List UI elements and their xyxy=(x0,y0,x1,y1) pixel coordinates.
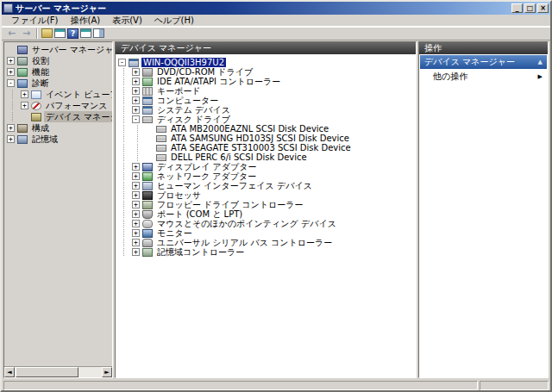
expand-icon[interactable]: + xyxy=(21,102,28,109)
device-tree-item[interactable]: +マウスとそのほかのポインティング デバイス xyxy=(116,219,416,228)
expand-icon[interactable]: + xyxy=(132,68,140,76)
minimize-button[interactable]: _ xyxy=(511,3,523,13)
menu-action[interactable]: 操作(A) xyxy=(65,14,107,28)
device-tree-item[interactable]: +ポート (COM と LPT) xyxy=(116,209,416,219)
expand-icon[interactable]: + xyxy=(132,201,140,208)
collapse-icon[interactable]: - xyxy=(118,59,126,66)
device-tree-item[interactable]: +フロッピー ドライブ コントローラー xyxy=(116,200,416,209)
maximize-button[interactable]: □ xyxy=(524,3,536,13)
menu-view[interactable]: 表示(V) xyxy=(106,14,148,28)
device-tree-item-label: キーボード xyxy=(155,86,203,96)
actions-pane-icon[interactable] xyxy=(93,28,104,38)
forward-icon[interactable]: → xyxy=(20,28,33,39)
display-adapter-icon xyxy=(142,163,153,171)
indent-guide xyxy=(7,100,21,111)
device-tree-item[interactable]: +ネットワーク アダプター xyxy=(116,171,416,181)
expand-icon[interactable]: + xyxy=(7,135,15,143)
properties-icon[interactable] xyxy=(54,28,66,38)
expand-icon[interactable]: + xyxy=(7,124,15,132)
expand-icon[interactable]: + xyxy=(21,90,28,98)
expand-icon[interactable]: + xyxy=(132,172,140,180)
indent-guide xyxy=(118,181,132,190)
device-tree-item[interactable]: +記憶域コントローラー xyxy=(116,247,416,257)
device-tree-item-label: ネットワーク アダプター xyxy=(155,171,258,181)
device-tree-item-label: DELL PERC 6/i SCSI Disk Device xyxy=(169,152,309,162)
storage-icon xyxy=(17,135,28,144)
scroll-left-icon[interactable]: ◄ xyxy=(4,367,15,377)
device-tree-item-label: IDE ATA/ATAPI コントローラー xyxy=(155,77,282,86)
device-tree-item[interactable]: +ディスプレイ アダプター xyxy=(116,162,416,171)
expand-icon[interactable]: + xyxy=(132,239,140,246)
expand-icon[interactable]: + xyxy=(132,220,140,227)
console-window-icon[interactable] xyxy=(80,28,91,38)
expand-icon[interactable]: + xyxy=(7,68,15,76)
expand-icon[interactable]: + xyxy=(132,210,140,218)
scrollbar-thumb[interactable] xyxy=(16,367,78,377)
device-tree-item-label: コンピューター xyxy=(155,96,220,105)
back-icon[interactable]: ← xyxy=(5,28,18,39)
device-tree-item-label: ディスク ドライブ xyxy=(155,115,232,124)
device-tree-item[interactable]: +ユニバーサル シリアル バス コントローラー xyxy=(116,238,416,247)
close-button[interactable]: × xyxy=(537,3,549,13)
device-tree-item[interactable]: +モニター xyxy=(116,228,416,238)
indent-guide xyxy=(118,238,132,247)
indent-guide xyxy=(118,209,132,219)
device-tree: -WIN-OQQII3H97U2+DVD/CD-ROM ドライブ+IDE ATA… xyxy=(116,54,416,377)
console-tree-item[interactable]: +記憶域 xyxy=(4,134,112,145)
submenu-arrow-icon: ▶ xyxy=(538,73,543,80)
device-tree-item[interactable]: +DVD/CD-ROM ドライブ xyxy=(116,67,416,77)
device-tree-item[interactable]: ATA SAMSUNG HD103SJ SCSI Disk Device xyxy=(116,134,416,143)
device-tree-item-label: DVD/CD-ROM ドライブ xyxy=(155,67,254,77)
device-tree-item[interactable]: -ディスク ドライブ xyxy=(116,115,416,124)
collapse-icon[interactable]: - xyxy=(132,115,140,123)
horizontal-scrollbar[interactable]: ◄ ► xyxy=(4,366,112,377)
console-tree-item[interactable]: +構成 xyxy=(4,122,112,134)
device-tree-item[interactable]: +プロセッサ xyxy=(116,190,416,200)
collapse-icon[interactable]: - xyxy=(7,79,15,87)
indent-guide xyxy=(118,96,132,105)
expand-icon[interactable]: + xyxy=(132,191,140,199)
expand-icon[interactable]: + xyxy=(132,78,140,85)
more-actions-item[interactable]: 他の操作▶ xyxy=(419,70,548,83)
show-console-tree-icon[interactable] xyxy=(41,28,53,38)
device-tree-item[interactable]: DELL PERC 6/i SCSI Disk Device xyxy=(116,152,416,162)
actions-group-bar[interactable]: デバイス マネージャー ▲ xyxy=(420,55,547,69)
indent-guide xyxy=(118,171,132,181)
disk-icon xyxy=(156,135,166,142)
help-icon[interactable]: ? xyxy=(67,28,78,39)
console-tree-item[interactable]: +役割 xyxy=(4,55,112,66)
device-tree-item[interactable]: +ヒューマン インターフェイス デバイス xyxy=(116,181,416,190)
device-tree-item[interactable]: +IDE ATA/ATAPI コントローラー xyxy=(116,77,416,86)
console-tree-item[interactable]: +パフォーマンス xyxy=(4,100,112,111)
disk-icon xyxy=(156,154,166,161)
expand-icon[interactable]: + xyxy=(132,163,140,171)
device-tree-item[interactable]: +システム デバイス xyxy=(116,105,416,115)
device-tree-item[interactable]: ATA SEAGATE ST310003 SCSI Disk Device xyxy=(116,143,416,152)
console-tree-item[interactable]: サーバー マネージャー (WIN-OQQII3H97U2) xyxy=(4,44,112,55)
scroll-right-icon[interactable]: ► xyxy=(102,367,112,377)
expand-icon[interactable]: + xyxy=(132,87,140,95)
expand-icon[interactable]: + xyxy=(132,229,140,237)
device-tree-item[interactable]: +キーボード xyxy=(116,86,416,96)
menu-help[interactable]: ヘルプ(H) xyxy=(148,14,200,28)
processor-icon xyxy=(142,191,153,200)
expand-icon[interactable]: + xyxy=(132,248,140,256)
device-tree-item[interactable]: -WIN-OQQII3H97U2 xyxy=(116,58,416,67)
menu-file[interactable]: ファイル(F) xyxy=(5,14,65,28)
indent-guide xyxy=(118,247,132,257)
indent-guide xyxy=(118,105,132,115)
expand-icon[interactable]: + xyxy=(7,57,15,65)
expand-icon[interactable]: + xyxy=(132,96,140,104)
console-tree-item[interactable]: デバイス マネージャー xyxy=(4,111,112,122)
console-tree-item[interactable]: -診断 xyxy=(4,78,112,89)
collapse-icon[interactable]: ▲ xyxy=(538,59,543,65)
expand-icon[interactable]: + xyxy=(132,106,140,114)
console-tree-item[interactable]: +イベント ビューアー xyxy=(4,89,112,100)
device-tree-item[interactable]: ATA MB2000EAZNL SCSI Disk Device xyxy=(116,124,416,134)
expand-icon[interactable]: + xyxy=(132,182,140,190)
device-tree-item[interactable]: +コンピューター xyxy=(116,96,416,105)
window-title: サーバー マネージャー xyxy=(16,3,511,15)
indent-guide xyxy=(7,111,21,122)
scrollbar-track[interactable] xyxy=(15,367,102,377)
console-tree-item[interactable]: +機能 xyxy=(4,66,112,78)
